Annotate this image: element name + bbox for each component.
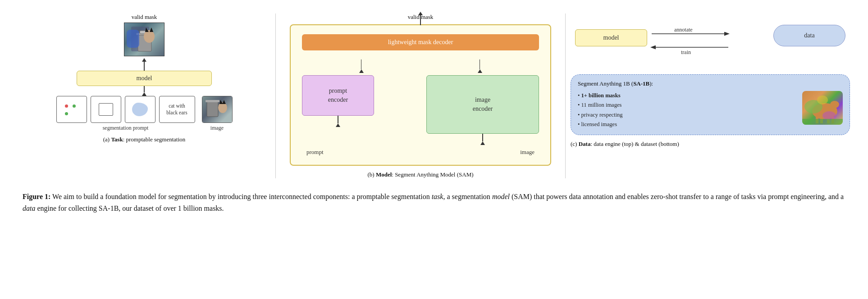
c-arrows-svg: annotate train <box>571 14 850 68</box>
bullet-4: • licensed images <box>578 120 798 129</box>
sa1b-box: Segment Anything 1B (SA-1B): • 1+ billio… <box>571 74 850 135</box>
b-lower-row: prompt encoder image encoder <box>302 75 539 145</box>
prompt-encoder-box: prompt encoder <box>302 75 374 116</box>
model-label-a: model <box>137 75 152 82</box>
panel-a-caption-open: (a) <box>103 136 111 143</box>
dot-green-2 <box>65 112 68 115</box>
svg-point-3 <box>144 30 155 43</box>
figure-caption: Figure 1: We aim to build a foundation m… <box>18 191 850 214</box>
svg-point-26 <box>817 95 828 104</box>
mask-prompt-box <box>125 96 155 123</box>
svg-marker-5 <box>150 27 153 32</box>
dot-red <box>65 104 68 108</box>
panel-c-caption: (c) Data: data engine (top) & dataset (b… <box>571 140 679 148</box>
diagrams-row: valid mask <box>18 9 850 183</box>
mask-decoder-label: lightweight mask decoder <box>388 39 453 45</box>
dot-green-1 <box>73 104 76 108</box>
arrow-prompt-input <box>336 116 340 127</box>
arrow-prompt-to-decoder <box>359 59 364 73</box>
svg-marker-11 <box>222 100 226 104</box>
sa1b-title: Segment Anything 1B (SA-1B): <box>578 80 843 87</box>
image-box-a <box>202 96 233 123</box>
svg-marker-4 <box>145 27 149 32</box>
prompts-group: cat with black ears segmentation prompt <box>56 96 195 131</box>
sa1b-title-end: ): <box>649 80 653 87</box>
valid-mask-image-a <box>124 23 164 56</box>
valid-mask-label-a: valid mask <box>132 14 157 21</box>
b-labels-row: prompt image <box>302 149 539 156</box>
panel-a-main: valid mask <box>18 14 270 131</box>
bullet-2: • 11 million images <box>578 100 798 110</box>
sa1b-bullets: • 1+ billion masks • 11 million images •… <box>578 91 798 129</box>
panel-b-caption: (b) Model: Segment Anything Model (SAM) <box>367 171 473 178</box>
image-label-a: image <box>210 125 224 131</box>
divider-ab <box>275 14 276 178</box>
text-prompt-label: cat with black ears <box>166 103 187 116</box>
arrow-from-prompts-a <box>142 86 146 96</box>
panel-a-caption: (a) Task: promptable segmentation <box>103 136 186 143</box>
prompts-label: segmentation prompt <box>103 125 149 131</box>
panel-b: valid mask lightweight mask decoder <box>281 14 560 178</box>
arrow-to-valid-mask-b <box>418 12 423 25</box>
panel-c-caption-bold: Data <box>579 140 591 147</box>
text-prompt-box: cat with black ears <box>159 96 195 123</box>
mask-prompt-shape <box>132 103 148 116</box>
svg-rect-6 <box>127 30 139 48</box>
prompt-encoder-label: prompt encoder <box>328 86 348 104</box>
arrow-to-model-a <box>142 58 146 71</box>
bullet-3: • privacy respecting <box>578 110 798 120</box>
svg-rect-27 <box>802 119 843 125</box>
b-prompt-label: prompt <box>306 149 324 156</box>
panel-c-caption-open: (c) <box>571 140 579 147</box>
figure-container: valid mask <box>18 9 850 214</box>
image-encoder-label: image encoder <box>473 95 493 113</box>
svg-point-19 <box>830 101 839 108</box>
panel-b-caption-rest: : Segment Anything Model (SAM) <box>392 171 473 178</box>
figure-caption-text: We aim to build a foundation model for s… <box>23 193 844 212</box>
panel-b-caption-open: (b) <box>367 171 375 178</box>
sa1b-content: • 1+ billion masks • 11 million images •… <box>578 91 843 129</box>
mask-decoder-box: lightweight mask decoder <box>302 34 539 50</box>
box-prompt-box <box>91 96 121 123</box>
panel-a-caption-rest: : promptable segmentation <box>123 136 186 143</box>
divider-bc <box>565 14 566 178</box>
sa1b-bold: SA-1B <box>633 80 649 87</box>
panel-c: model data annotate train <box>571 14 850 148</box>
dot-prompt-box <box>56 96 87 123</box>
arrow-image-input <box>480 134 485 145</box>
bullet-1-bold: 1+ billion masks <box>581 92 621 99</box>
prompts-and-image: cat with black ears segmentation prompt <box>56 96 233 131</box>
panel-c-caption-rest: : data engine (top) & dataset (bottom) <box>590 140 679 147</box>
box-prompt-inner <box>99 103 113 116</box>
bullet-1: • 1+ billion masks <box>578 91 798 100</box>
svg-text:train: train <box>681 49 691 55</box>
figure-caption-label: Figure 1: <box>23 193 50 200</box>
sa1b-title-text: Segment Anything 1B ( <box>578 80 633 87</box>
arrow-image-to-decoder <box>478 59 482 73</box>
image-box-a-inner <box>202 96 232 122</box>
svg-rect-7 <box>207 101 218 117</box>
image-group-a: image <box>202 96 233 131</box>
image-encoder-box: image encoder <box>426 75 539 134</box>
prompts-row: cat with black ears <box>56 96 195 123</box>
b-image-label: image <box>520 149 535 156</box>
svg-text:annotate: annotate <box>674 27 693 33</box>
panel-a-caption-bold: Task <box>111 136 123 143</box>
sa1b-image <box>802 91 843 125</box>
model-box-a: model <box>77 71 212 86</box>
sa1b-image-inner <box>802 91 843 125</box>
svg-rect-8 <box>206 100 219 102</box>
panel-a: valid mask <box>18 14 270 143</box>
panel-b-outer-box: lightweight mask decoder <box>290 24 551 166</box>
panel-b-caption-bold: Model <box>376 171 392 178</box>
